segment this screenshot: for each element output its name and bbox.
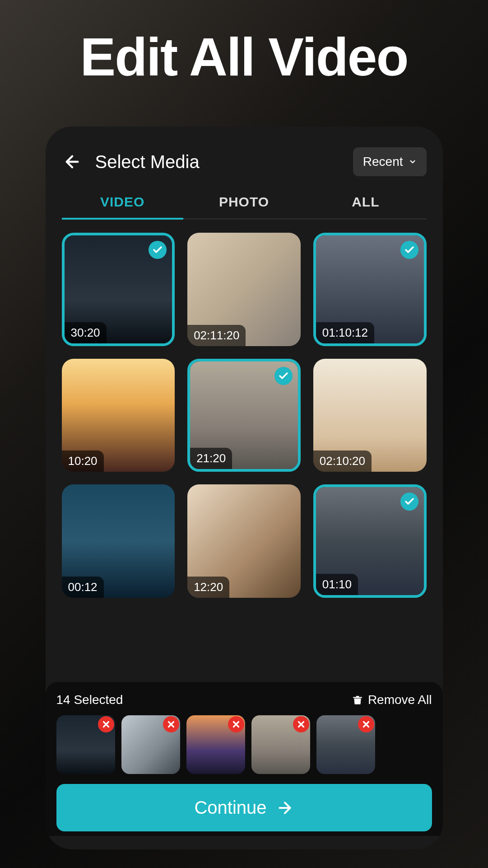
trash-icon <box>352 694 363 706</box>
check-icon <box>400 241 418 259</box>
arrow-left-icon <box>63 152 82 171</box>
selected-tile[interactable] <box>251 715 310 774</box>
check-icon <box>274 367 293 385</box>
app-header: Select Media Recent <box>62 147 427 176</box>
sort-dropdown[interactable]: Recent <box>353 147 427 176</box>
duration-label: 00:12 <box>62 577 104 598</box>
selected-count: 14 Selected <box>56 693 123 707</box>
chevron-down-icon <box>409 158 417 166</box>
tab-photo[interactable]: PHOTO <box>183 194 305 219</box>
duration-label: 21:20 <box>190 448 232 469</box>
hero-title: Edit All Video <box>80 26 408 88</box>
back-button[interactable] <box>62 151 83 172</box>
remove-button[interactable] <box>293 716 309 732</box>
duration-label: 02:11:20 <box>187 325 246 346</box>
tabs: VIDEO PHOTO ALL <box>62 194 427 219</box>
selected-row <box>56 715 432 774</box>
duration-label: 02:10:20 <box>313 450 372 472</box>
media-grid: 30:2002:11:2001:10:1210:2021:2002:10:200… <box>62 233 427 598</box>
page-title: Select Media <box>95 152 200 172</box>
remove-all-button[interactable]: Remove All <box>352 693 432 707</box>
remove-button[interactable] <box>98 716 114 732</box>
arrow-right-icon <box>276 799 294 817</box>
selected-tile[interactable] <box>316 715 375 774</box>
media-tile[interactable]: 02:11:20 <box>187 233 301 346</box>
phone-frame: Select Media Recent VIDEO PHOTO ALL 30:2… <box>46 127 443 849</box>
media-tile[interactable]: 01:10:12 <box>313 233 427 346</box>
header-left: Select Media <box>62 151 200 172</box>
media-tile[interactable]: 10:20 <box>62 359 175 472</box>
media-tile[interactable]: 21:20 <box>187 359 301 472</box>
check-icon <box>400 493 418 511</box>
media-tile[interactable]: 01:10 <box>313 484 427 598</box>
duration-label: 30:20 <box>65 322 107 343</box>
selected-tile[interactable] <box>121 715 180 774</box>
media-tile[interactable]: 02:10:20 <box>313 359 427 472</box>
continue-label: Continue <box>194 798 266 818</box>
selected-tile[interactable] <box>186 715 245 774</box>
panel-header: 14 Selected Remove All <box>56 693 432 707</box>
tab-all[interactable]: ALL <box>305 194 426 219</box>
media-tile[interactable]: 30:20 <box>62 233 175 346</box>
duration-label: 01:10:12 <box>316 322 374 343</box>
duration-label: 01:10 <box>316 574 358 595</box>
dropdown-label: Recent <box>363 155 403 169</box>
media-tile[interactable]: 12:20 <box>187 484 301 598</box>
duration-label: 10:20 <box>62 450 104 472</box>
remove-button[interactable] <box>228 716 244 732</box>
check-icon <box>149 241 167 259</box>
remove-all-label: Remove All <box>368 693 432 707</box>
remove-button[interactable] <box>163 716 179 732</box>
media-tile[interactable]: 00:12 <box>62 484 175 598</box>
selection-panel: 14 Selected Remove All Continue <box>46 682 443 836</box>
selected-tile[interactable] <box>56 715 115 774</box>
remove-button[interactable] <box>358 716 374 732</box>
tab-video[interactable]: VIDEO <box>62 194 183 220</box>
duration-label: 12:20 <box>187 577 229 598</box>
continue-button[interactable]: Continue <box>56 784 432 831</box>
